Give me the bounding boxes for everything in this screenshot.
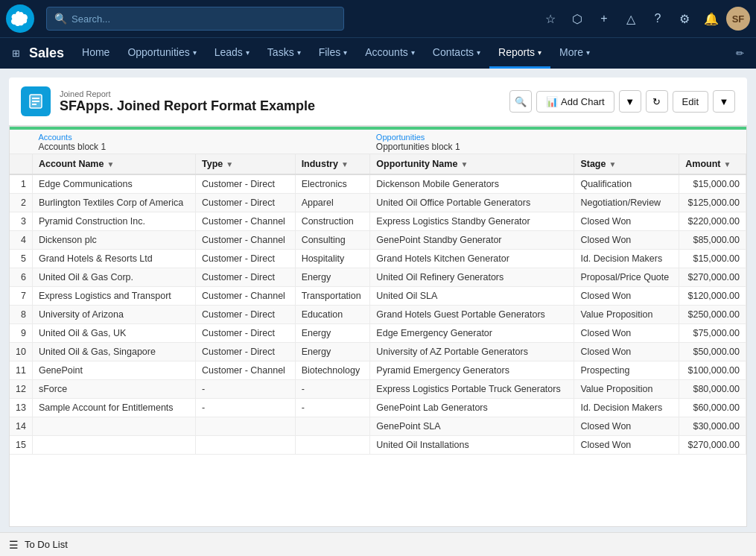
add-chart-button[interactable]: 📊 Add Chart — [536, 91, 614, 113]
opportunities-section-header: Opportunities Opportunities block 1 — [370, 130, 746, 154]
account-name-sort[interactable]: ▼ — [107, 160, 114, 168]
opp-name-cell[interactable]: Grand Hotels Guest Portable Generators — [370, 306, 574, 324]
stage-sort[interactable]: ▼ — [609, 160, 616, 168]
account-name-cell[interactable]: sForce — [32, 380, 195, 399]
account-name-cell[interactable] — [32, 417, 195, 436]
amount-cell: $50,000.00 — [679, 343, 746, 361]
search-input[interactable] — [72, 13, 336, 25]
stage-cell: Closed Won — [574, 324, 679, 343]
accounts-section-header: Accounts Accounts block 1 — [32, 130, 369, 154]
stage-cell: Closed Won — [574, 343, 679, 361]
account-name-cell[interactable]: Dickenson plc — [32, 231, 195, 250]
bell-icon[interactable]: 🔔 — [699, 7, 723, 31]
opp-name-cell[interactable]: Dickenson Mobile Generators — [370, 174, 574, 194]
account-name-cell[interactable]: Pyramid Construction Inc. — [32, 212, 195, 231]
stage-cell: Prospecting — [574, 361, 679, 380]
type-header[interactable]: Type ▼ — [196, 154, 296, 175]
account-name-cell[interactable]: Sample Account for Entitlements — [32, 399, 195, 417]
nav-files[interactable]: Files ▾ — [310, 38, 357, 69]
opp-name-cell[interactable]: Express Logistics Portable Truck Generat… — [370, 380, 574, 399]
nav-tasks[interactable]: Tasks ▾ — [258, 38, 310, 69]
account-name-header[interactable]: Account Name ▼ — [32, 154, 195, 175]
nav-opportunities[interactable]: Opportunities ▾ — [118, 38, 205, 69]
account-name-cell[interactable]: United Oil & Gas Corp. — [32, 268, 195, 287]
new-button[interactable]: + — [592, 7, 616, 31]
opp-name-cell[interactable]: United Oil Refinery Generators — [370, 268, 574, 287]
nav-edit-icon[interactable]: ✏ — [730, 38, 750, 69]
nav-more[interactable]: More ▾ — [550, 38, 599, 69]
opp-name-cell[interactable]: Grand Hotels Kitchen Generator — [370, 250, 574, 268]
opp-name-cell[interactable]: Express Logistics Standby Generator — [370, 212, 574, 231]
todo-label[interactable]: To Do List — [25, 539, 68, 550]
nav-leads[interactable]: Leads ▾ — [206, 38, 258, 69]
table-row: 13 Sample Account for Entitlements - - G… — [10, 399, 746, 417]
report-type-label: Joined Report — [60, 89, 315, 98]
stage-cell: Closed Won — [574, 436, 679, 455]
nav-reports[interactable]: Reports ▾ — [489, 38, 550, 69]
row-number: 9 — [10, 324, 32, 343]
type-cell: Customer - Channel — [196, 287, 296, 306]
account-name-cell[interactable]: Edge Communications — [32, 174, 195, 194]
table-row: 15 United Oil Installations Closed Won $… — [10, 436, 746, 455]
account-name-cell[interactable]: GenePoint — [32, 361, 195, 380]
stage-header[interactable]: Stage ▼ — [574, 154, 679, 175]
filter-button[interactable]: ▼ — [619, 90, 641, 113]
opp-name-cell[interactable]: GenePoint Lab Generators — [370, 399, 574, 417]
column-header-row: Account Name ▼ Type ▼ Industry ▼ — [10, 154, 746, 175]
row-number: 6 — [10, 268, 32, 287]
opp-name-cell[interactable]: United Oil SLA — [370, 287, 574, 306]
account-name-cell[interactable]: Express Logistics and Transport — [32, 287, 195, 306]
amount-cell: $220,000.00 — [679, 212, 746, 231]
top-bar: 🔍 ☆ ⬡ + △ ? ⚙ 🔔 SF — [0, 0, 756, 37]
opp-name-cell[interactable]: University of AZ Portable Generators — [370, 343, 574, 361]
row-number: 13 — [10, 399, 32, 417]
opportunities-block-label: Opportunities block 1 — [376, 142, 740, 152]
setup-icon[interactable]: ⬡ — [565, 7, 589, 31]
type-cell: Customer - Channel — [196, 212, 296, 231]
account-name-cell[interactable]: Grand Hotels & Resorts Ltd — [32, 250, 195, 268]
opp-name-cell[interactable]: United Oil Installations — [370, 436, 574, 455]
opp-name-header[interactable]: Opportunity Name ▼ — [370, 154, 574, 175]
nav-home[interactable]: Home — [73, 38, 118, 69]
avatar[interactable]: SF — [726, 7, 750, 31]
search-bar[interactable]: 🔍 — [46, 7, 344, 31]
favorites-icon[interactable]: ☆ — [539, 7, 562, 31]
account-name-cell[interactable]: United Oil & Gas, UK — [32, 324, 195, 343]
refresh-button[interactable]: ↻ — [646, 90, 668, 113]
trailhead-icon[interactable]: △ — [619, 7, 643, 31]
account-name-cell[interactable] — [32, 436, 195, 455]
row-number: 3 — [10, 212, 32, 231]
gear-icon[interactable]: ⚙ — [673, 7, 696, 31]
report-actions: 🔍 📊 Add Chart ▼ ↻ Edit ▼ — [509, 90, 735, 113]
report-table-container[interactable]: Accounts Accounts block 1 Opportunities … — [9, 126, 747, 527]
opp-name-cell[interactable]: United Oil Office Portable Generators — [370, 194, 574, 212]
nav-accounts[interactable]: Accounts ▾ — [356, 38, 424, 69]
industry-cell: Hospitality — [295, 250, 370, 268]
app-launcher-icon[interactable]: ⊞ — [6, 38, 26, 69]
nav-contacts[interactable]: Contacts ▾ — [424, 38, 489, 69]
industry-sort[interactable]: ▼ — [341, 160, 349, 168]
account-name-cell[interactable]: United Oil & Gas, Singapore — [32, 343, 195, 361]
industry-cell: Transportation — [295, 287, 370, 306]
opp-name-label: Opportunity Name — [376, 159, 457, 169]
files-arrow: ▾ — [343, 48, 347, 57]
nav-bar: ⊞ Sales Home Opportunities ▾ Leads ▾ Tas… — [0, 37, 756, 69]
opp-name-cell[interactable]: GenePoint Standby Generator — [370, 231, 574, 250]
accounts-section-label: Accounts — [38, 133, 363, 142]
type-sort[interactable]: ▼ — [226, 160, 233, 168]
account-name-cell[interactable]: University of Arizona — [32, 306, 195, 324]
opp-name-cell[interactable]: GenePoint SLA — [370, 417, 574, 436]
search-button[interactable]: 🔍 — [509, 90, 532, 113]
search-icon: 🔍 — [54, 13, 67, 25]
more-actions-button[interactable]: ▼ — [713, 90, 735, 113]
edit-button[interactable]: Edit — [673, 91, 708, 113]
account-name-cell[interactable]: Burlington Textiles Corp of America — [32, 194, 195, 212]
row-number: 12 — [10, 380, 32, 399]
opp-name-cell[interactable]: Edge Emergency Generator — [370, 324, 574, 343]
opp-name-sort[interactable]: ▼ — [460, 160, 468, 168]
opp-name-cell[interactable]: Pyramid Emergency Generators — [370, 361, 574, 380]
amount-sort[interactable]: ▼ — [723, 160, 731, 168]
industry-header[interactable]: Industry ▼ — [295, 154, 370, 175]
help-icon[interactable]: ? — [646, 7, 670, 31]
amount-header[interactable]: Amount ▼ — [679, 154, 746, 175]
